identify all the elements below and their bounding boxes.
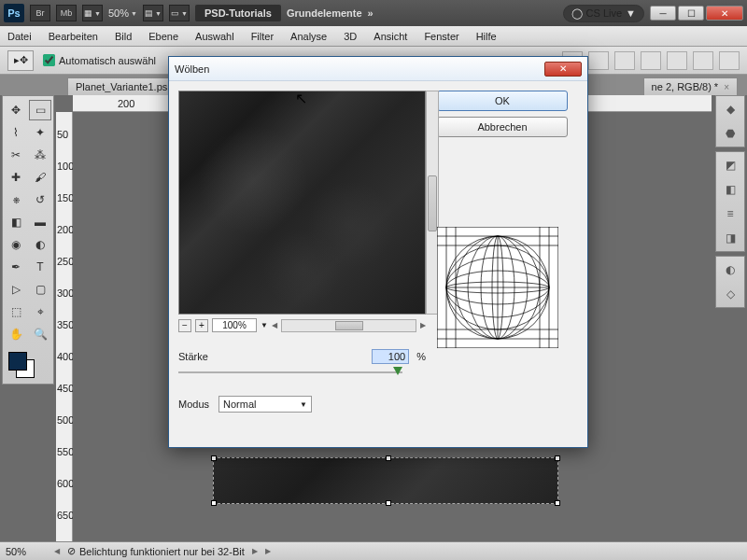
zoom-in-button[interactable]: + xyxy=(195,319,208,332)
strength-slider[interactable] xyxy=(178,366,402,379)
chevron-right-icon[interactable]: ▶ xyxy=(420,321,426,329)
dialog-titlebar[interactable]: Wölben ✕ xyxy=(169,57,587,81)
chevron-left-icon[interactable]: ◀ xyxy=(272,321,277,329)
chevron-down-icon[interactable]: ▼ xyxy=(261,321,268,329)
percent-label: % xyxy=(416,351,426,362)
strength-label: Stärke xyxy=(178,351,225,362)
spherize-dialog: Wölben ✕ − + 100% ▼ ◀ ▶ Stärk xyxy=(168,56,588,448)
spherize-grid-preview xyxy=(437,227,558,348)
dialog-overlay: Wölben ✕ − + 100% ▼ ◀ ▶ Stärk xyxy=(0,0,747,560)
preview-zoom-field[interactable]: 100% xyxy=(212,318,257,332)
dialog-close-button[interactable]: ✕ xyxy=(544,62,582,77)
preview-horizontal-scrollbar[interactable] xyxy=(281,319,416,332)
slider-thumb[interactable] xyxy=(393,367,402,375)
strength-input[interactable] xyxy=(372,349,409,364)
scrollbar-thumb[interactable] xyxy=(428,175,437,231)
ok-button[interactable]: OK xyxy=(437,91,568,111)
filter-preview[interactable] xyxy=(178,91,426,315)
mode-label: Modus xyxy=(178,399,209,410)
scrollbar-thumb[interactable] xyxy=(335,321,363,330)
mode-dropdown[interactable]: Normal▼ xyxy=(218,396,312,413)
zoom-out-button[interactable]: − xyxy=(178,319,191,332)
cancel-button[interactable]: Abbrechen xyxy=(437,117,568,137)
dialog-title: Wölben xyxy=(175,63,209,75)
